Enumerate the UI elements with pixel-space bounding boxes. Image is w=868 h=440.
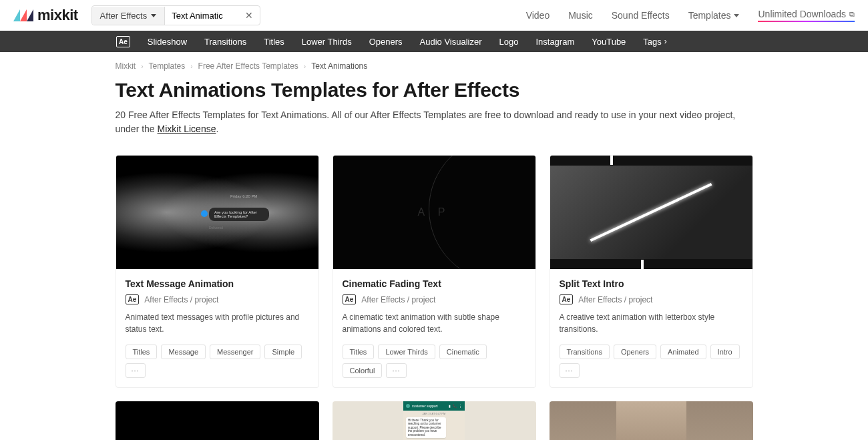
tag-row: Titles Message Messenger Simple ··· [126,345,309,378]
tag[interactable]: Message [161,345,206,359]
chat-msg-in: Hi there! Thank you for reaching out to … [406,417,446,438]
tag[interactable]: Messenger [210,345,260,359]
nav-unlimited-label: Unlimited Downloads [758,9,846,19]
ae-badge-icon: Ae [126,294,140,304]
subnav-tags-label: Tags [643,37,661,47]
chevron-down-icon [151,14,156,17]
message-bubble: Are you looking for After Effects Templa… [209,208,269,221]
tag[interactable]: Titles [126,345,158,359]
desc-suffix: . [216,124,218,134]
search-category-dropdown[interactable]: After Effects [92,7,166,25]
template-grid: Friday 6:20 PM Are you looking for After… [116,155,753,440]
nav-templates-label: Templates [688,10,731,21]
phone-mock: customer support ▮ 📞 ⋮ JAN 19 AT 6:47 PM… [403,401,465,440]
template-card[interactable]: Sgn ancho BE CH [550,401,753,440]
meta-text: After Effects / project [578,295,652,304]
delivered-label: Delivered [209,226,223,230]
ae-badge-icon[interactable]: Ae [116,36,130,47]
page-description: 20 Free After Effects Templates for Text… [116,108,753,136]
tag[interactable]: Intro [710,345,740,359]
nav-unlimited-downloads[interactable]: Unlimited Downloads ⧉ [758,9,855,22]
page-title: Text Animations Templates for After Effe… [116,79,753,101]
template-thumbnail[interactable] [550,156,752,269]
chevron-right-icon: › [304,63,306,70]
template-card[interactable]: A P Cinematic Fading Text Ae After Effec… [333,155,536,388]
avatar-icon [406,404,410,408]
tag-row: Transitions Openers Animated Intro ··· [560,345,743,378]
logo-text: mixkit [37,7,78,24]
card-meta: Ae After Effects / project [126,294,309,304]
subnav-audio-visualizer[interactable]: Audio Visualizer [420,37,482,47]
tag[interactable]: Simple [264,345,302,359]
crumb-templates[interactable]: Templates [149,61,186,71]
chevron-down-icon [734,14,739,17]
portrait-mock: Sgn ancho BE CH [616,401,686,440]
tag[interactable]: Cinematic [439,345,487,359]
search-bar: After Effects ✕ [91,5,261,25]
template-thumbnail[interactable]: customer support ▮ 📞 ⋮ JAN 19 AT 6:47 PM… [333,401,536,440]
tag[interactable]: Lower Thirds [378,345,435,359]
clear-search-icon[interactable]: ✕ [238,6,260,25]
search-input[interactable] [165,7,238,25]
tag[interactable]: Openers [614,345,656,359]
bar-icon [610,156,613,165]
chevron-right-icon: › [141,63,143,70]
license-link[interactable]: Mixkit License [158,124,216,134]
subnav-instagram[interactable]: Instagram [535,37,574,47]
card-description: A creative text animation with letterbox… [560,311,743,335]
crumb-free-ae[interactable]: Free After Effects Templates [198,61,298,71]
tag[interactable]: Colorful [343,363,383,378]
subnav-slideshow[interactable]: Slideshow [148,37,187,47]
template-thumbnail[interactable] [116,401,319,440]
bar-icon [641,260,644,269]
template-thumbnail[interactable]: Friday 6:20 PM Are you looking for After… [116,156,318,269]
chat-date: JAN 19 AT 6:47 PM [403,412,465,415]
subnav-lower-thirds[interactable]: Lower Thirds [302,37,352,47]
nav-music[interactable]: Music [568,10,593,21]
subnav-youtube[interactable]: YouTube [592,37,626,47]
card-title[interactable]: Cinematic Fading Text [343,278,526,289]
subnav-transitions[interactable]: Transitions [204,37,246,47]
nav-sound-effects[interactable]: Sound Effects [612,10,670,21]
video-icon: ▮ [449,404,451,408]
more-tags-button[interactable]: ··· [126,363,146,378]
template-card[interactable] [116,401,319,440]
card-description: Animated text messages with profile pict… [126,311,309,335]
tag[interactable]: Transitions [560,345,610,359]
subnav-titles[interactable]: Titles [264,37,284,47]
nav-video[interactable]: Video [526,10,550,21]
arc-shape-icon [429,156,535,269]
menu-icon: ⋮ [459,404,462,408]
external-link-icon: ⧉ [849,10,855,19]
card-meta: Ae After Effects / project [560,294,743,304]
subnav-logo[interactable]: Logo [499,37,519,47]
nav-templates[interactable]: Templates [688,10,740,21]
template-card[interactable]: Friday 6:20 PM Are you looking for After… [116,155,319,388]
chevron-right-icon: › [664,37,667,46]
card-description: A cinematic text animation with subtle s… [343,311,526,335]
template-thumbnail[interactable]: Sgn ancho BE CH [550,401,753,440]
more-tags-button[interactable]: ··· [560,363,580,378]
template-thumbnail[interactable]: A P [333,156,535,269]
card-title[interactable]: Split Text Intro [560,278,743,289]
template-card[interactable]: Split Text Intro Ae After Effects / proj… [550,155,753,388]
crumb-current: Text Animations [311,61,367,71]
template-card[interactable]: customer support ▮ 📞 ⋮ JAN 19 AT 6:47 PM… [333,401,536,440]
chevron-right-icon: › [190,63,192,70]
card-meta: Ae After Effects / project [343,294,526,304]
card-title[interactable]: Text Message Animation [126,278,309,289]
subnav-openers[interactable]: Openers [369,37,403,47]
ae-badge-icon: Ae [560,294,574,304]
top-nav: Video Music Sound Effects Templates Unli… [526,9,855,22]
search-category-label: After Effects [100,11,148,21]
thumb-timestamp: Friday 6:20 PM [230,194,258,198]
tag[interactable]: Titles [343,345,375,359]
breadcrumb: Mixkit › Templates › Free After Effects … [116,52,753,76]
crumb-mixkit[interactable]: Mixkit [116,61,136,71]
card-body: Cinematic Fading Text Ae After Effects /… [333,269,535,387]
logo-link[interactable]: mixkit [13,7,78,24]
more-tags-button[interactable]: ··· [386,363,406,378]
call-icon: 📞 [453,404,457,408]
subnav-tags[interactable]: Tags › [643,37,666,47]
tag[interactable]: Animated [660,345,706,359]
